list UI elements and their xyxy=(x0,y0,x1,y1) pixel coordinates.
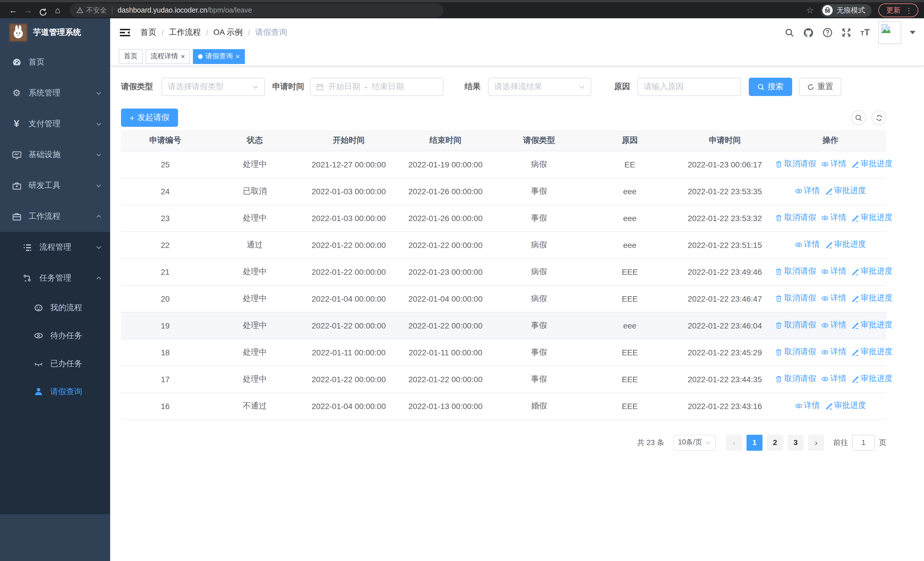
cancel-leave-action[interactable]: 取消请假 xyxy=(775,213,816,223)
sidebar-item-home[interactable]: 首页 xyxy=(0,47,110,78)
action-label: 审批进度 xyxy=(861,347,892,357)
cancel-leave-action[interactable]: 取消请假 xyxy=(775,320,816,331)
security-status[interactable]: 不安全 xyxy=(76,5,107,15)
tab-process-detail[interactable]: 流程详情 × xyxy=(146,49,190,64)
detail-action[interactable]: 详情 xyxy=(795,240,820,250)
close-icon[interactable]: × xyxy=(181,53,185,60)
edit-icon xyxy=(825,241,832,248)
sidebar-item-done-tasks[interactable]: 已办任务 xyxy=(0,350,110,378)
sidebar-logo[interactable]: 芋道管理系统 xyxy=(0,18,110,47)
approval-progress-action[interactable]: 审批进度 xyxy=(852,266,892,277)
home-icon[interactable]: ⌂ xyxy=(50,2,65,18)
col-header-actions: 操作 xyxy=(774,130,886,151)
sidebar-item-process-mgmt[interactable]: 流程管理 xyxy=(0,232,110,263)
sidebar-item-task-mgmt[interactable]: 任务管理 xyxy=(0,263,110,294)
tab-leave-query[interactable]: 请假查询 × xyxy=(193,49,245,64)
approval-progress-action[interactable]: 审批进度 xyxy=(852,213,892,223)
page-button-2[interactable]: 2 xyxy=(767,435,783,450)
detail-action[interactable]: 详情 xyxy=(821,266,846,277)
sidebar-item-payment[interactable]: ¥ 支付管理 xyxy=(0,108,110,139)
detail-action[interactable]: 详情 xyxy=(821,374,846,384)
chevron-down-icon xyxy=(95,244,102,251)
goto-page-input[interactable]: 1 xyxy=(852,435,875,450)
detail-action[interactable]: 详情 xyxy=(795,186,820,196)
help-icon[interactable] xyxy=(823,27,833,38)
table-row: 24已取消2022-01-03 00:00:002022-01-26 00:00… xyxy=(121,177,886,205)
detail-action[interactable]: 详情 xyxy=(821,320,846,331)
navbar: 首页 / 工作流程 / OA 示例 / 请假查询 xyxy=(110,18,924,47)
tab-home[interactable]: 首页 xyxy=(119,49,142,64)
reset-button[interactable]: 重置 xyxy=(799,78,841,96)
apply-time-range-picker[interactable]: 开始日期 - 结束日期 xyxy=(310,78,444,96)
reason-input[interactable]: 请输入原因 xyxy=(638,78,741,96)
close-icon[interactable]: × xyxy=(236,53,240,60)
detail-action[interactable]: 详情 xyxy=(821,293,846,304)
approval-progress-action[interactable]: 审批进度 xyxy=(825,240,866,250)
user-menu-caret-icon[interactable] xyxy=(910,31,915,34)
prev-page-button[interactable]: ‹ xyxy=(726,435,742,450)
breadcrumb-separator: / xyxy=(162,28,164,37)
refresh-table-button[interactable] xyxy=(872,110,886,125)
cancel-leave-action[interactable]: 取消请假 xyxy=(775,347,816,357)
avatar[interactable] xyxy=(878,21,901,44)
cancel-leave-action[interactable]: 取消请假 xyxy=(775,293,816,304)
detail-action[interactable]: 详情 xyxy=(821,213,846,223)
sidebar-item-workflow[interactable]: 工作流程 xyxy=(0,201,110,232)
approval-progress-action[interactable]: 审批进度 xyxy=(852,374,892,384)
browser-menu-icon[interactable]: ⋮ xyxy=(905,7,913,14)
cancel-leave-action[interactable]: 取消请假 xyxy=(775,159,816,169)
approval-progress-action[interactable]: 审批进度 xyxy=(852,159,892,169)
cell-type: 病假 xyxy=(494,232,584,258)
breadcrumb-item[interactable]: 首页 xyxy=(140,27,156,38)
detail-action[interactable]: 详情 xyxy=(821,347,846,357)
approval-progress-action[interactable]: 审批进度 xyxy=(852,293,892,304)
fullscreen-icon[interactable] xyxy=(842,27,852,38)
detail-action[interactable]: 详情 xyxy=(821,159,846,169)
sidebar-item-label: 待办任务 xyxy=(50,331,102,341)
cancel-leave-action[interactable]: 取消请假 xyxy=(775,374,816,384)
sidebar-item-leave-query[interactable]: 请假查询 xyxy=(0,378,110,406)
search-icon[interactable] xyxy=(785,28,795,38)
bookmark-star-icon[interactable]: ☆ xyxy=(806,5,814,15)
delete-icon xyxy=(775,268,783,275)
sidebar-item-infra[interactable]: 基础设施 xyxy=(0,139,110,170)
breadcrumb-item[interactable]: OA 示例 xyxy=(213,27,243,38)
sidebar-item-label: 研发工具 xyxy=(28,180,88,191)
create-leave-button[interactable]: + 发起请假 xyxy=(121,108,178,127)
sidebar-item-my-process[interactable]: 我的流程 xyxy=(0,294,110,322)
show-search-toggle-button[interactable] xyxy=(851,110,866,125)
sidebar-item-devtools[interactable]: 研发工具 xyxy=(0,170,110,201)
leave-type-select[interactable]: 请选择请假类型 xyxy=(162,78,265,96)
font-size-icon[interactable]: TT xyxy=(860,27,870,38)
approval-progress-action[interactable]: 审批进度 xyxy=(825,401,866,411)
end-date-placeholder: 结束日期 xyxy=(372,82,404,92)
browser-update-button[interactable]: 更新 ⋮ xyxy=(878,3,918,17)
forward-icon[interactable]: → xyxy=(21,2,35,18)
cell-start-time: 2022-01-22 00:00:00 xyxy=(300,232,397,258)
github-icon[interactable] xyxy=(803,27,814,38)
cancel-leave-action[interactable]: 取消请假 xyxy=(775,266,816,277)
detail-action[interactable]: 详情 xyxy=(795,401,820,411)
search-button[interactable]: 搜索 xyxy=(749,78,792,96)
back-icon[interactable]: ← xyxy=(6,2,21,18)
cell-status: 处理中 xyxy=(210,258,300,285)
cell-id: 24 xyxy=(121,177,210,205)
breadcrumb-item[interactable]: 工作流程 xyxy=(169,27,201,38)
page-button-1[interactable]: 1 xyxy=(747,435,762,450)
sidebar-item-system[interactable]: ⚙ 系统管理 xyxy=(0,78,110,108)
page-size-select[interactable]: 10条/页 xyxy=(674,435,716,450)
approval-progress-action[interactable]: 审批进度 xyxy=(852,320,892,331)
filter-form: 请假类型 请选择请假类型 申请时间 开始日期 - 结束日期 结果 请选择流结果 xyxy=(121,78,924,96)
chevron-down-icon xyxy=(95,90,102,96)
action-label: 详情 xyxy=(830,293,846,304)
approval-progress-action[interactable]: 审批进度 xyxy=(825,186,866,196)
approval-progress-action[interactable]: 审批进度 xyxy=(852,347,892,357)
reload-icon[interactable] xyxy=(35,4,50,16)
sidebar-item-todo-tasks[interactable]: 待办任务 xyxy=(0,322,110,350)
sidebar-collapse-icon[interactable] xyxy=(119,26,131,39)
page-button-3[interactable]: 3 xyxy=(788,435,804,450)
result-select[interactable]: 请选择流结果 xyxy=(488,78,591,96)
table-row: 21处理中2022-01-22 00:00:002022-01-23 00:00… xyxy=(121,258,886,285)
next-page-button[interactable]: › xyxy=(808,435,824,450)
address-bar[interactable]: 不安全 dashboard.yudao.iocoder.cn/bpm/oa/le… xyxy=(70,3,444,17)
